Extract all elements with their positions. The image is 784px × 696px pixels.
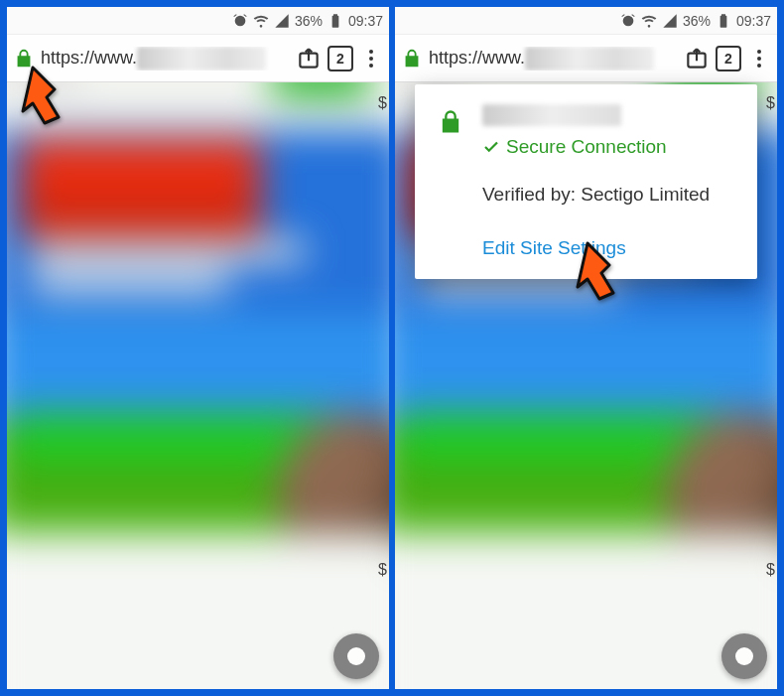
dollar-sign: $ — [766, 94, 775, 112]
signal-icon — [274, 13, 290, 29]
battery-icon — [716, 13, 731, 29]
lock-icon[interactable] — [401, 48, 423, 70]
tabs-button[interactable]: 2 — [716, 46, 741, 71]
verified-by-text: Verified by: Sectigo Limited — [482, 184, 737, 206]
tabs-count: 2 — [336, 51, 344, 67]
alarm-icon — [232, 13, 248, 29]
url-bar[interactable]: https://www. 2 — [395, 35, 777, 82]
battery-text: 36% — [295, 13, 323, 29]
annotation-arrow — [558, 237, 627, 317]
wifi-icon — [253, 13, 269, 29]
battery-icon — [327, 13, 343, 29]
more-menu-button[interactable] — [359, 50, 383, 68]
floating-action-button[interactable] — [333, 633, 379, 679]
lock-icon — [437, 108, 464, 140]
check-icon — [482, 138, 500, 156]
clock-text: 09:37 — [348, 13, 383, 29]
battery-text: 36% — [683, 13, 711, 29]
floating-action-button[interactable] — [721, 633, 767, 679]
url-domain-blurred — [137, 47, 266, 70]
share-icon[interactable] — [296, 46, 322, 71]
tabs-count: 2 — [724, 51, 732, 67]
url-text: https://www. — [429, 48, 525, 69]
share-icon[interactable] — [684, 46, 710, 71]
webpage-content-blurred — [7, 82, 389, 689]
annotation-arrow — [15, 62, 84, 141]
clock-text: 09:37 — [736, 13, 771, 29]
status-bar: 36% 09:37 — [395, 7, 777, 35]
left-screenshot: 36% 09:37 https://www. 2 $ $ — [6, 6, 390, 690]
url-domain-blurred — [525, 47, 654, 70]
dollar-sign: $ — [378, 94, 387, 112]
site-name-blurred — [482, 104, 621, 126]
secure-connection-row: Secure Connection — [482, 136, 667, 158]
wifi-icon — [641, 13, 657, 29]
more-menu-button[interactable] — [747, 50, 771, 68]
secure-connection-text: Secure Connection — [506, 136, 667, 158]
right-screenshot: 36% 09:37 https://www. 2 $ $ — [394, 6, 778, 690]
alarm-icon — [620, 13, 636, 29]
address-bar[interactable]: https://www. — [429, 47, 678, 70]
tabs-button[interactable]: 2 — [327, 46, 353, 71]
status-bar: 36% 09:37 — [7, 7, 389, 35]
dollar-sign: $ — [766, 561, 775, 579]
signal-icon — [662, 13, 678, 29]
dollar-sign: $ — [378, 561, 387, 579]
